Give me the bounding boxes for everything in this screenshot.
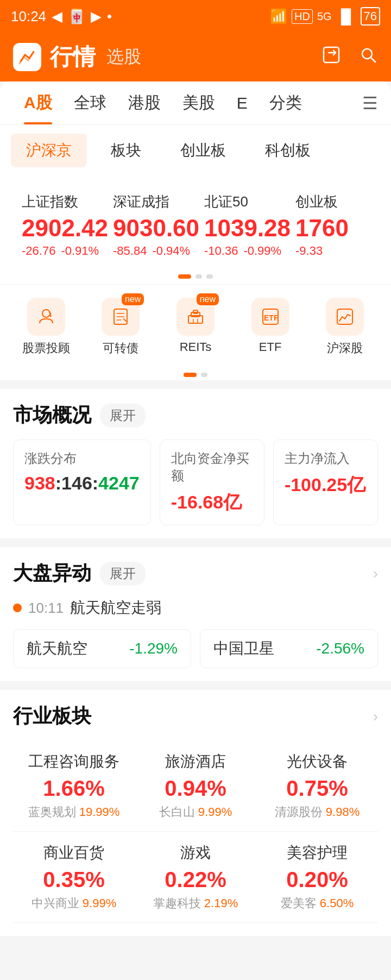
industry-pct-4: 0.22% — [140, 868, 251, 892]
status-bar: 10:24 ◀ 🀄 ▶ • 📶 HD 5G ▐▌ 76 — [0, 0, 391, 33]
market-overview-header: 市场概况 展开 — [13, 402, 378, 429]
change-pct-3: -9.33 — [295, 244, 323, 258]
battery-indicator: 76 — [361, 7, 380, 26]
tab-a-shares[interactable]: A股 — [13, 81, 63, 124]
tab-category[interactable]: 分类 — [258, 81, 313, 124]
trend-title: 大盘异动 — [13, 560, 91, 587]
industry-pct-1: 0.94% — [140, 776, 251, 801]
market-overview-title: 市场概况 — [13, 402, 91, 429]
tab-e[interactable]: E — [226, 81, 258, 124]
wifi-icon: 📶 — [270, 8, 287, 25]
tab-menu-icon[interactable]: ☰ — [362, 93, 378, 114]
trend-stocks: 航天航空 -1.29% 中国卫星 -2.56% — [13, 629, 378, 668]
index-changes-3: -9.33 — [295, 244, 369, 258]
header-actions — [321, 45, 378, 70]
svg-rect-0 — [324, 47, 339, 62]
index-changes-2: -10.36 -0.99% — [204, 244, 278, 258]
industry-leader-1: 长白山 9.99% — [140, 804, 251, 820]
industry-leader-4: 掌趣科技 2.19% — [140, 895, 251, 912]
industry-leader-3: 中兴商业 9.99% — [18, 895, 129, 912]
tab-hk[interactable]: 港股 — [117, 81, 172, 124]
change-abs-0: -26.76 — [22, 244, 55, 258]
industry-item-5[interactable]: 美容护理 0.20% 爱美客 6.50% — [256, 832, 378, 923]
signal-icon: ◀ — [52, 8, 62, 25]
dot-1 — [178, 274, 191, 279]
stock-name-1: 中国卫星 — [213, 638, 274, 659]
signal-bars: ▐▌ — [336, 8, 356, 25]
quick-label-reits: REITs — [180, 340, 212, 354]
quick-item-reits[interactable]: new REITs — [158, 298, 233, 356]
card-value-north: -16.68亿 — [171, 490, 253, 515]
quick-dot-2 — [201, 373, 207, 377]
market-card-north-fund[interactable]: 北向资金净买额 -16.68亿 — [160, 439, 264, 525]
stock-change-0: -1.29% — [129, 640, 178, 657]
industry-name-5: 美容护理 — [262, 843, 373, 863]
sub-tab-sector[interactable]: 板块 — [96, 134, 156, 167]
index-name-3: 创业板 — [295, 192, 369, 211]
status-time: 10:24 — [11, 8, 46, 25]
tab-us[interactable]: 美股 — [172, 81, 226, 124]
industry-header: 行业板块 › — [13, 703, 378, 730]
industry-item-4[interactable]: 游戏 0.22% 掌趣科技 2.19% — [135, 832, 256, 923]
sub-tab-chinext[interactable]: 创业板 — [165, 134, 241, 167]
page-title: 行情 — [50, 42, 96, 72]
industry-name-3: 商业百货 — [18, 843, 129, 863]
change-abs-2: -10.36 — [204, 244, 238, 258]
tab-global[interactable]: 全球 — [63, 81, 117, 124]
industry-item-1[interactable]: 旅游酒店 0.94% 长白山 9.99% — [135, 740, 256, 832]
trend-expand-btn[interactable]: 展开 — [100, 562, 146, 586]
quick-item-huashen[interactable]: 沪深股 — [307, 298, 382, 356]
quick-item-etf[interactable]: ETF ETF — [233, 298, 308, 356]
index-value-3: 1760 — [295, 215, 369, 242]
trend-header: 大盘异动 展开 › — [13, 560, 378, 587]
rise-count: 938 — [24, 473, 55, 493]
stock-name-0: 航天航空 — [27, 638, 87, 659]
quick-label-advisory: 股票投顾 — [22, 340, 70, 356]
index-value-1: 9030.60 — [113, 215, 187, 242]
quick-menu-pagination — [0, 369, 391, 380]
convertible-icon: new — [102, 298, 140, 336]
quick-dot-1 — [184, 373, 197, 377]
flat-count: :146: — [55, 473, 98, 493]
industry-pct-0: 1.66% — [18, 776, 129, 801]
industry-item-2[interactable]: 光伏设备 0.75% 清源股份 9.98% — [256, 740, 378, 832]
industry-section: 行业板块 › 工程咨询服务 1.66% 蓝奥规划 19.99% 旅游酒店 0.9… — [0, 690, 391, 936]
industry-name-0: 工程咨询服务 — [18, 751, 129, 772]
quick-item-convertible[interactable]: new 可转债 — [84, 298, 159, 356]
quick-label-etf: ETF — [259, 340, 282, 354]
sub-tab-shenzhen-beijing[interactable]: 沪深京 — [11, 134, 87, 167]
trend-time: 10:11 — [28, 600, 64, 617]
app-logo — [13, 43, 41, 71]
sub-tab-star[interactable]: 科创板 — [250, 134, 326, 167]
market-cards: 涨跌分布 938:146:4247 北向资金净买额 -16.68亿 主力净流入 … — [13, 439, 378, 525]
sub-tabs: 沪深京 板块 创业板 科创板 — [0, 125, 391, 176]
index-chinext[interactable]: 创业板 1760 -9.33 — [287, 187, 378, 269]
dot-icon: • — [107, 8, 112, 25]
market-expand-btn[interactable]: 展开 — [100, 404, 146, 428]
5g-badge: 5G — [317, 10, 332, 23]
trend-stock-1[interactable]: 中国卫星 -2.56% — [200, 629, 378, 668]
app-icon: 🀄 — [68, 8, 85, 25]
quick-label-convertible: 可转债 — [103, 340, 138, 356]
industry-item-3[interactable]: 商业百货 0.35% 中兴商业 9.99% — [13, 832, 135, 923]
market-card-distribution[interactable]: 涨跌分布 938:146:4247 — [13, 439, 151, 525]
reits-icon: new — [176, 298, 215, 336]
industry-arrow-icon: › — [373, 708, 378, 725]
trend-section: 大盘异动 展开 › 10:11 航天航空走弱 航天航空 -1.29% 中国卫星 … — [0, 547, 391, 681]
search-icon[interactable] — [358, 45, 378, 70]
quick-item-advisory[interactable]: 股票投顾 — [9, 298, 84, 356]
share-icon[interactable] — [321, 45, 341, 70]
industry-item-0[interactable]: 工程咨询服务 1.66% 蓝奥规划 19.99% — [13, 740, 135, 832]
quick-label-huashen: 沪深股 — [327, 340, 363, 356]
media-icon: ▶ — [91, 8, 102, 25]
trend-stock-0[interactable]: 航天航空 -1.29% — [13, 629, 191, 668]
main-content: A股 全球 港股 美股 E 分类 ☰ 沪深京 板块 创业板 科创板 上证指数 2… — [0, 81, 391, 380]
index-shanghai[interactable]: 上证指数 2902.42 -26.76 -0.91% — [13, 187, 104, 269]
industry-name-2: 光伏设备 — [262, 751, 373, 772]
card-value-distribution: 938:146:4247 — [24, 473, 140, 494]
advisory-icon — [27, 298, 65, 336]
index-shenzhen[interactable]: 深证成指 9030.60 -85.84 -0.94% — [104, 187, 195, 269]
index-beijing50[interactable]: 北证50 1039.28 -10.36 -0.99% — [195, 187, 287, 269]
hd-badge: HD — [292, 9, 313, 24]
market-card-main-inflow[interactable]: 主力净流入 -100.25亿 — [273, 439, 378, 525]
